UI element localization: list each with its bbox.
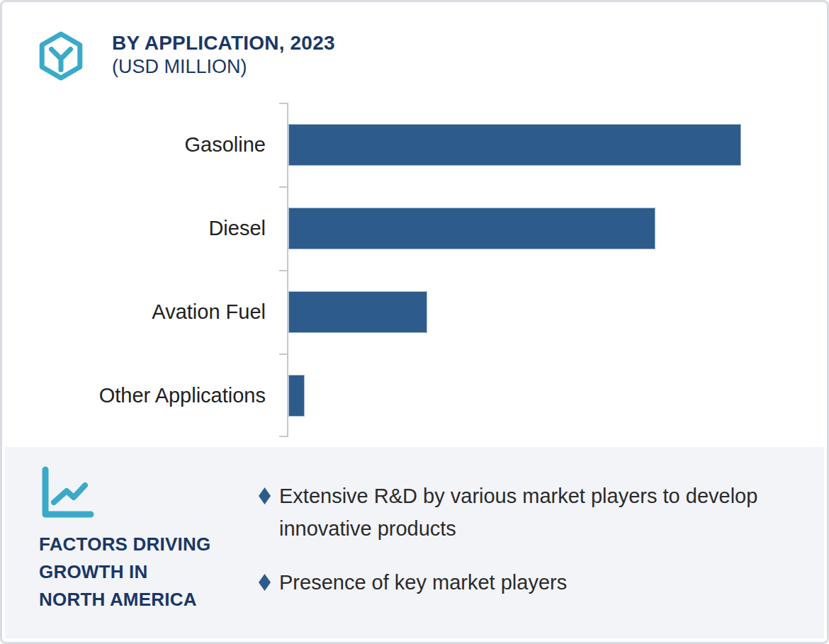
- bullet-text: Presence of key market players: [279, 566, 567, 599]
- list-item: Extensive R&D by various market players …: [259, 480, 783, 545]
- factors-heading-line: GROWTH IN: [39, 558, 252, 586]
- bar-other-applications: [288, 375, 305, 417]
- chart-row: Avation Fuel: [2, 270, 817, 354]
- bar-track: [288, 124, 741, 166]
- axis-tick: [279, 186, 287, 188]
- category-label: Diesel: [2, 217, 287, 240]
- factors-heading-line: FACTORS DRIVING: [39, 531, 252, 558]
- category-axis-line: [287, 103, 288, 437]
- axis-tick: [279, 103, 287, 104]
- infographic-card: BY APPLICATION, 2023 (USD MILLION) Gasol…: [0, 0, 829, 644]
- bullet-text: Extensive R&D by various market players …: [279, 480, 761, 545]
- chart-row: Other Applications: [2, 354, 817, 437]
- bar-avation-fuel: [288, 291, 427, 333]
- bar-diesel: [288, 208, 655, 249]
- bar-track: [288, 208, 741, 249]
- factors-bullet-list: Extensive R&D by various market players …: [259, 480, 783, 620]
- bar-track: [288, 291, 741, 333]
- axis-tick: [279, 270, 287, 271]
- chart-header: BY APPLICATION, 2023 (USD MILLION): [34, 29, 335, 83]
- bar-gasoline: [288, 124, 741, 166]
- axis-tick: [279, 354, 287, 355]
- bar-chart: Gasoline Diesel Avation Fuel Other Appli…: [2, 103, 817, 437]
- factors-panel: FACTORS DRIVING GROWTH IN NORTH AMERICA …: [5, 447, 824, 638]
- category-label: Gasoline: [2, 133, 287, 157]
- chart-title: BY APPLICATION, 2023: [112, 32, 335, 55]
- diamond-bullet-icon: [259, 574, 271, 591]
- factors-heading-line: NORTH AMERICA: [39, 586, 252, 614]
- axis-tick: [279, 436, 287, 437]
- chart-subtitle: (USD MILLION): [112, 55, 335, 79]
- chart-title-block: BY APPLICATION, 2023 (USD MILLION): [112, 29, 335, 79]
- hexagon-y-logo-icon: [34, 29, 88, 83]
- category-label: Avation Fuel: [2, 300, 287, 324]
- bar-track: [288, 375, 741, 417]
- factors-heading: FACTORS DRIVING GROWTH IN NORTH AMERICA: [39, 531, 252, 614]
- line-chart-icon: [39, 466, 98, 526]
- chart-row: Gasoline: [2, 103, 817, 186]
- chart-row: Diesel: [2, 186, 817, 270]
- diamond-bullet-icon: [259, 487, 271, 504]
- list-item: Presence of key market players: [259, 566, 783, 599]
- category-label: Other Applications: [2, 384, 287, 407]
